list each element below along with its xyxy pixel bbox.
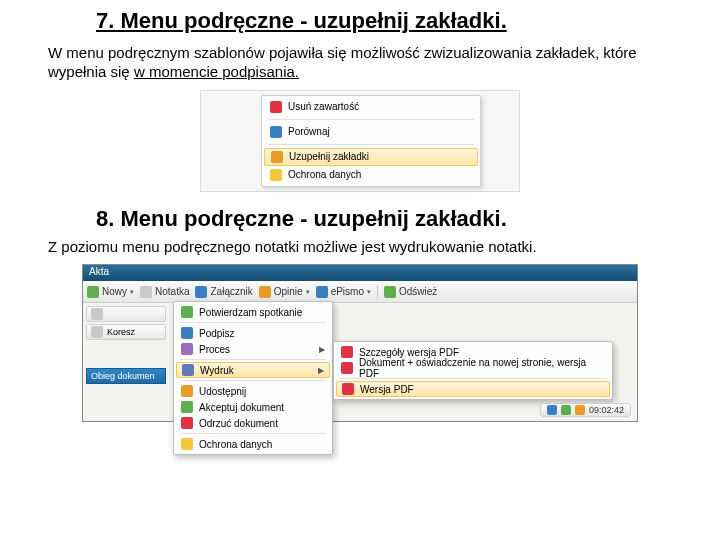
menu-item-label: Odrzuć dokument [199,418,278,429]
toolbar-button[interactable]: Opinie▾ [259,286,310,298]
toolbar: Nowy▾NotatkaZałącznikOpinie▾ePismo▾Odświ… [83,281,637,303]
orange-icon [259,286,271,298]
yellow-icon [270,169,282,181]
submenu-wydruk: Szczegóły wersja PDFDokument + oświadcze… [333,341,613,400]
window-title: Akta [89,266,109,277]
save-icon [182,364,194,376]
menu-item-label: Akceptuj dokument [199,402,284,413]
pdf-icon [341,362,353,374]
blue-icon [181,327,193,339]
orange-icon [271,151,283,163]
chevron-down-icon: ▾ [306,288,310,296]
menu-item-label: Usuń zawartość [288,101,359,112]
context-menu-note: Potwierdzam spotkaniePodpiszProces▶Wydru… [173,301,333,455]
content-area: Potwierdzam spotkaniePodpiszProces▶Wydru… [169,303,637,421]
pdf-icon [341,346,353,358]
red-icon [181,417,193,429]
menu-item-label: Ochrona danych [288,169,361,180]
orange-icon [181,385,193,397]
doc-icon [91,326,103,338]
blue-icon [195,286,207,298]
submenu-item-label: Dokument + oświadczenie na nowej stronie… [359,357,605,379]
toolbar-button[interactable]: Załącznik [195,286,252,298]
menu-item-label: Porównaj [288,126,330,137]
system-tray: 09:02:42 [540,403,631,417]
menu-item[interactable]: Uzupełnij zakładki [264,148,478,166]
menu-item[interactable]: Porównaj [264,123,478,141]
tray-time: 09:02:42 [589,405,624,415]
window-titlebar: Akta [83,265,637,281]
left-button-2[interactable]: Koresz [86,324,166,340]
menu-item-label: Ochrona danych [199,439,272,450]
green-icon [181,401,193,413]
menu-item[interactable]: Akceptuj dokument [176,399,330,415]
section-7-title: 7. Menu podręczne - uzupełnij zakładki. [96,8,672,34]
menu-item[interactable]: Wydruk▶ [176,362,330,378]
doc-icon [91,308,103,320]
menu-item[interactable]: Udostępnij [176,383,330,399]
menu-item-label: Potwierdzam spotkanie [199,307,302,318]
menu-item-label: Proces [199,344,230,355]
green-icon [181,306,193,318]
blue-icon [270,126,282,138]
tray-icon [547,405,557,415]
toolbar-label: Odśwież [399,286,437,297]
context-menu: Usuń zawartośćPorównajUzupełnij zakładki… [261,95,481,187]
toolbar-button[interactable]: Nowy▾ [87,286,134,298]
submenu-item-label: Szczegóły wersja PDF [359,347,459,358]
tray-icon [575,405,585,415]
toolbar-label: ePismo [331,286,364,297]
menu-item[interactable]: Potwierdzam spotkanie [176,304,330,320]
section-8-body: Z poziomu menu podręcznego notatki możli… [48,238,672,257]
yellow-icon [181,438,193,450]
toolbar-label: Opinie [274,286,303,297]
submenu-arrow-icon: ▶ [318,366,324,375]
menu-item-label: Uzupełnij zakładki [289,151,369,162]
submenu-item[interactable]: Wersja PDF [336,381,610,397]
section-8-title: 8. Menu podręczne - uzupełnij zakładki. [96,206,672,232]
menu-item[interactable]: Ochrona danych [176,436,330,452]
figure-context-menu-1: Usuń zawartośćPorównajUzupełnij zakładki… [200,90,520,192]
menu-item[interactable]: Odrzuć dokument [176,415,330,431]
red-icon [270,101,282,113]
pdf-icon [342,383,354,395]
toolbar-button[interactable]: ePismo▾ [316,286,371,298]
submenu-item[interactable]: Dokument + oświadczenie na nowej stronie… [336,360,610,376]
menu-item[interactable]: Podpisz [176,325,330,341]
menu-item[interactable]: Usuń zawartość [264,98,478,116]
purple-icon [181,343,193,355]
chevron-down-icon: ▾ [367,288,371,296]
menu-item-label: Wydruk [200,365,234,376]
figure-app-window: Akta Nowy▾NotatkaZałącznikOpinie▾ePismo▾… [82,264,638,422]
green-icon [87,286,99,298]
menu-item[interactable]: Proces▶ [176,341,330,357]
toolbar-button[interactable]: Odśwież [384,286,437,298]
green-icon [384,286,396,298]
menu-item-label: Udostępnij [199,386,246,397]
chevron-down-icon: ▾ [130,288,134,296]
toolbar-button[interactable]: Notatka [140,286,189,298]
menu-item-label: Podpisz [199,328,235,339]
toolbar-label: Załącznik [210,286,252,297]
section-7-body: W menu podręcznym szablonów pojawiła się… [48,44,672,82]
tray-icon [561,405,571,415]
submenu-arrow-icon: ▶ [319,345,325,354]
left-button-1[interactable] [86,306,166,322]
menu-item[interactable]: Ochrona danych [264,166,478,184]
blue-icon [316,286,328,298]
section-header-obieg[interactable]: Obieg dokumen [86,368,166,384]
left-panel: Koresz Obieg dokumen [83,303,169,421]
gray-icon [140,286,152,298]
toolbar-label: Notatka [155,286,189,297]
body-underlined: w momencie podpisania. [134,63,299,80]
submenu-item-label: Wersja PDF [360,384,414,395]
toolbar-label: Nowy [102,286,127,297]
